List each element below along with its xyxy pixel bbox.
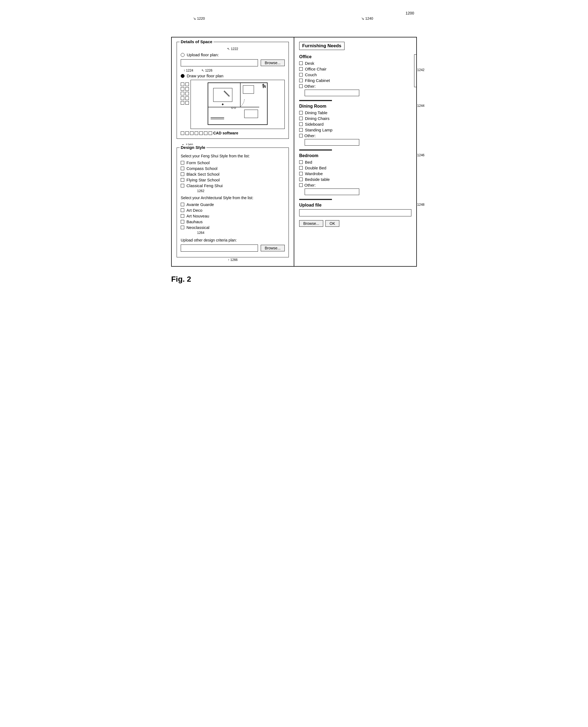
dining-other-input[interactable] [304,139,359,146]
arch-prompt: Select your Architectural Style from the… [181,196,285,200]
fp-cb-4[interactable] [185,87,189,91]
bedroom-bedside-cb[interactable] [299,178,303,181]
fp-cb-2[interactable] [185,82,189,86]
arch-art-nouveau: Art Nouveau [181,214,285,218]
main-box: Details of Space ↖ 1222 Upload floor pla… [171,37,417,267]
fp-bot-cb-1[interactable] [181,132,184,135]
fp-bot-cb-6[interactable] [204,132,208,135]
fp-bot-cb-7[interactable] [209,132,212,135]
ok-button[interactable]: OK [326,220,339,227]
art-deco-label: Art Deco [186,208,202,213]
feng-shui-prompt: Select your Feng Shui Style from the lis… [181,154,285,158]
bedroom-other-input[interactable] [304,188,359,195]
floor-plan-svg-container: ✦ ↑N [191,80,285,130]
neoclassical-label: Neoclassical [186,225,209,230]
dining-section: Dining Room Dining Table Dining Chairs S… [299,104,412,147]
fp-cb-6[interactable] [185,92,189,95]
upload-criteria-input[interactable] [181,244,258,251]
bedroom-other-row: Other: [299,183,412,187]
svg-text:✦: ✦ [221,102,224,106]
office-desk-cb[interactable] [299,61,303,65]
classical-checkbox[interactable] [181,184,184,187]
form-school-checkbox[interactable] [181,161,184,164]
compass-school-checkbox[interactable] [181,167,184,170]
arch-avante: Avante Guarde [181,202,285,207]
ref-1224: ↑ 1224 [184,68,193,73]
ref-1222: ↖ 1222 [227,47,238,51]
black-sect-checkbox[interactable] [181,173,184,176]
art-deco-checkbox[interactable] [181,208,184,212]
bedroom-wardrobe-cb[interactable] [299,172,303,176]
feng-shui-options: Form School Compass School Black Sect Sc… [181,160,285,188]
upload-radio[interactable] [181,53,185,57]
browse-floor-button[interactable]: Browse... [261,60,285,66]
bauhaus-checkbox[interactable] [181,220,184,223]
ref-1264: 1264 [197,231,205,235]
bedroom-double-cb[interactable] [299,166,303,170]
upload-criteria-label: Upload other design criteria plan: [181,238,285,242]
fp-bot-cb-2[interactable] [185,132,189,135]
ref-1246: 1246 [417,153,424,157]
details-title: Details of Space [180,39,213,44]
upload-file-input[interactable] [299,209,412,216]
dining-sideboard-cb[interactable] [299,122,303,126]
svg-point-16 [234,107,236,109]
upload-file-buttons: Browse... OK [299,220,412,227]
fp-cb-9[interactable] [181,101,184,105]
dining-other-cb[interactable] [299,134,303,137]
furnishing-title: Furnishing Needs [302,43,341,48]
bedroom-section: Bedroom Bed Double Bed Wardrobe Bedside … [299,153,412,196]
left-panel: Details of Space ↖ 1222 Upload floor pla… [172,37,294,266]
ref-1262: 1262 [197,189,205,193]
upload-floor-input[interactable] [181,59,258,66]
office-section: Office Desk Office Chair Couch Filing Ca… [299,54,412,97]
ref-1200: 1200 [406,11,414,15]
neoclassical-checkbox[interactable] [181,226,184,229]
svg-point-15 [231,107,233,109]
fp-bot-cb-4[interactable] [195,132,198,135]
art-nouveau-label: Art Nouveau [186,214,209,218]
office-other-input[interactable] [304,89,359,96]
arch-bauhaus: Bauhaus [181,219,285,224]
dining-title: Dining Room [299,104,412,109]
fp-bot-cb-3[interactable] [190,132,193,135]
flying-star-label: Flying Star School [186,178,220,182]
flying-star-checkbox[interactable] [181,178,184,182]
fp-cb-1[interactable] [181,82,184,86]
svg-rect-11 [243,85,254,94]
dining-lamp-cb[interactable] [299,128,303,132]
fp-cb-8[interactable] [185,97,189,100]
avante-label: Avante Guarde [186,202,214,207]
page-wrapper: 1200 ↘ 1220 ↘ 1240 Details of Space ↖ 12… [171,11,417,284]
upload-browse-button[interactable]: Browse... [299,220,323,227]
bedroom-other-cb[interactable] [299,183,303,187]
details-of-space-box: Details of Space ↖ 1222 Upload floor pla… [176,42,289,139]
office-filing-cb[interactable] [299,79,303,82]
dining-table-cb[interactable] [299,111,303,115]
office-other-cb[interactable] [299,84,303,88]
upload-floor-label: Upload floor plan: [187,53,219,57]
design-style-box: Design Style Select your Feng Shui Style… [176,147,289,257]
bedroom-title: Bedroom [299,153,412,158]
browse-criteria-button[interactable]: Browse... [261,245,285,251]
office-chair-cb[interactable] [299,67,303,71]
cad-software-label: CAD software [213,131,238,135]
fp-cb-5[interactable] [181,92,184,95]
svg-line-5 [224,92,229,97]
black-sect-label: Black Sect School [186,172,219,177]
art-nouveau-checkbox[interactable] [181,214,184,218]
office-couch-cb[interactable] [299,73,303,77]
fp-bot-cb-5[interactable] [199,132,203,135]
dining-chairs-cb[interactable] [299,117,303,120]
upload-file-row: Browse... [181,59,285,66]
bedroom-bed-cb[interactable] [299,160,303,164]
compass-school-label: Compass School [186,166,217,171]
svg-line-4 [224,91,230,97]
avante-checkbox[interactable] [181,203,184,206]
fp-cb-7[interactable] [181,97,184,100]
fig-caption: Fig. 2 [171,275,417,284]
fp-cb-10[interactable] [185,101,189,105]
ref-1220: ↘ 1220 [193,16,205,20]
fp-cb-3[interactable] [181,87,184,91]
draw-radio[interactable] [181,74,185,78]
